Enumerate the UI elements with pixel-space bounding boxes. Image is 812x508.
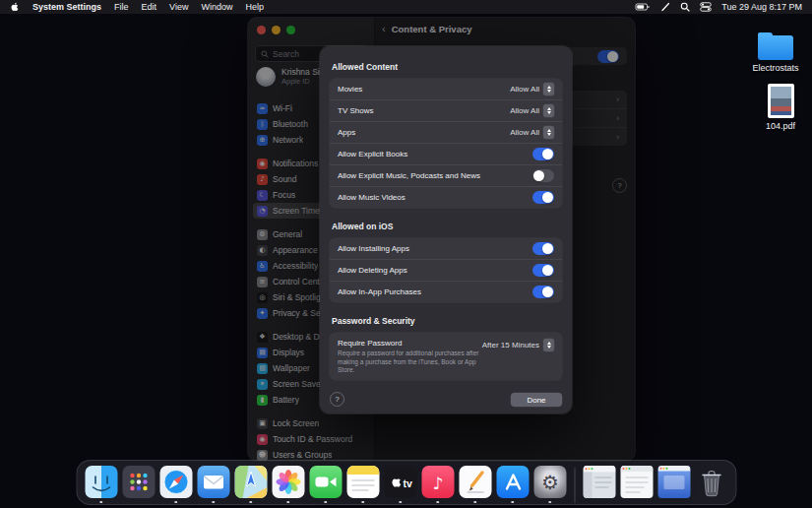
- dock-item-system-settings[interactable]: ⚙: [533, 466, 566, 498]
- select-value: Allow All: [510, 128, 539, 137]
- allow-deleting-apps-toggle[interactable]: [532, 264, 554, 277]
- dock-item-music[interactable]: ♪: [421, 466, 454, 498]
- control-center-icon[interactable]: [700, 2, 712, 12]
- running-indicator: [212, 501, 215, 504]
- settings-row-allow-deleting-apps: Allow Deleting Apps: [330, 260, 562, 282]
- section-title-password-security: Password & Security: [332, 316, 562, 326]
- help-button[interactable]: ?: [330, 392, 344, 407]
- menu-bar: System Settings FileEditViewWindowHelp T…: [0, 0, 812, 14]
- svg-text:tv: tv: [403, 477, 411, 489]
- setting-label: Allow Explicit Music, Podcasts and News: [338, 171, 527, 180]
- desktop-icon-104-pdf[interactable]: 104.pdf: [750, 84, 811, 131]
- desktop-icon-label: 104.pdf: [766, 121, 795, 131]
- apps-select[interactable]: Allow All: [510, 126, 554, 139]
- window-1-icon: [583, 466, 615, 498]
- allow-explicit-books-toggle[interactable]: [532, 148, 554, 160]
- setting-description: Require a password for additional purcha…: [338, 349, 487, 375]
- movies-select[interactable]: Allow All: [510, 83, 554, 95]
- safari-icon: [159, 466, 192, 498]
- settings-row-tv-shows: TV ShowsAllow All: [330, 100, 562, 122]
- menu-help[interactable]: Help: [245, 2, 264, 12]
- apple-tv-icon: tv: [384, 466, 416, 498]
- dock-item-safari[interactable]: [159, 466, 192, 498]
- dock-item-notes[interactable]: [346, 466, 379, 498]
- dock-item-facetime[interactable]: [309, 466, 342, 498]
- menu-app-name[interactable]: System Settings: [32, 2, 101, 12]
- sheet-body: Allowed ContentMoviesAllow AllTV ShowsAl…: [330, 62, 562, 380]
- settings-group: Require PasswordRequire a password for a…: [330, 333, 562, 380]
- setting-label: Allow Explicit Books: [338, 150, 527, 159]
- dock-minimized-window-2[interactable]: [620, 466, 653, 498]
- dock-item-app-store[interactable]: [496, 466, 529, 498]
- mail-icon: [197, 466, 229, 498]
- dock-item-mail[interactable]: [197, 466, 229, 498]
- dock-item-pages[interactable]: [459, 466, 491, 498]
- select-value: After 15 Minutes: [482, 341, 539, 349]
- running-indicator: [324, 501, 327, 504]
- dock-minimized-window-1[interactable]: [583, 466, 615, 498]
- settings-row-allow-installing-apps: Allow Installing Apps: [330, 238, 562, 260]
- desktop-icon-label: Electrostats: [752, 63, 798, 73]
- dock-minimized-window-3[interactable]: [657, 466, 690, 498]
- launchpad-icon: [122, 466, 155, 498]
- stepper-icon: [543, 339, 554, 351]
- allow-explicit-music-podcasts-and-news-toggle[interactable]: [532, 169, 554, 182]
- dock-item-trash[interactable]: [695, 466, 727, 498]
- select-value: Allow All: [510, 85, 539, 94]
- require-password-select[interactable]: After 15 Minutes: [482, 339, 554, 351]
- settings-group: Allow Installing AppsAllow Deleting Apps…: [330, 238, 562, 302]
- pen-icon[interactable]: [660, 2, 670, 12]
- desktop: System Settings FileEditViewWindowHelp T…: [0, 0, 812, 508]
- settings-row-allow-in-app-purchases: Allow In-App Purchases: [330, 282, 562, 302]
- done-button[interactable]: Done: [511, 393, 562, 407]
- setting-label: Movies: [338, 85, 504, 94]
- dock-item-launchpad[interactable]: [122, 466, 155, 498]
- menu-window[interactable]: Window: [201, 2, 232, 12]
- notes-icon: [346, 466, 379, 498]
- tv-shows-select[interactable]: Allow All: [510, 104, 554, 117]
- pages-icon: [459, 466, 491, 498]
- section-title-allowed-content: Allowed Content: [332, 62, 562, 72]
- stepper-icon: [543, 104, 554, 117]
- running-indicator: [249, 501, 252, 504]
- settings-group: MoviesAllow AllTV ShowsAllow AllAppsAllo…: [330, 79, 562, 208]
- setting-label: Allow In-App Purchases: [338, 287, 527, 296]
- spotlight-icon[interactable]: [680, 2, 690, 12]
- dock-item-photos[interactable]: [272, 466, 304, 498]
- battery-icon[interactable]: [635, 2, 651, 12]
- finder-icon: [85, 466, 117, 498]
- menu-edit[interactable]: Edit: [142, 2, 157, 12]
- svg-text:♪: ♪: [432, 474, 443, 493]
- settings-row-apps: AppsAllow All: [330, 122, 562, 144]
- menu-file[interactable]: File: [114, 2, 129, 12]
- music-icon: ♪: [421, 466, 454, 498]
- dock: tv♪⚙: [76, 460, 736, 505]
- dock-separator: [574, 468, 575, 503]
- settings-row-movies: MoviesAllow All: [330, 79, 562, 100]
- settings-row-allow-explicit-books: Allow Explicit Books: [330, 144, 562, 165]
- running-indicator: [436, 501, 439, 504]
- section-title-allowed-on-ios: Allowed on iOS: [332, 222, 562, 231]
- settings-row-allow-music-videos: Allow Music Videos: [330, 187, 562, 208]
- setting-label: TV Shows: [338, 106, 504, 115]
- menu-view[interactable]: View: [169, 2, 188, 12]
- photos-icon: [272, 466, 304, 498]
- allow-installing-apps-toggle[interactable]: [532, 242, 554, 255]
- apple-menu-icon[interactable]: [10, 2, 20, 12]
- setting-label: Allow Music Videos: [338, 193, 527, 202]
- desktop-icon-electrostats[interactable]: Electrostats: [745, 35, 806, 73]
- stepper-icon: [543, 126, 554, 139]
- running-indicator: [473, 501, 476, 504]
- dock-item-finder[interactable]: [85, 466, 117, 498]
- menu-bar-menus: FileEditViewWindowHelp: [114, 2, 264, 12]
- svg-text:⚙: ⚙: [541, 471, 559, 494]
- dock-item-apple-tv[interactable]: tv: [384, 466, 416, 498]
- app-store-icon: [496, 466, 529, 498]
- running-indicator: [399, 501, 402, 504]
- settings-row-allow-explicit-music-podcasts-and-news: Allow Explicit Music, Podcasts and News: [330, 165, 562, 187]
- dock-item-maps[interactable]: [234, 466, 267, 498]
- menu-bar-clock[interactable]: Tue 29 Aug 8:17 PM: [721, 2, 802, 12]
- setting-label: Allow Deleting Apps: [338, 266, 527, 275]
- allow-music-videos-toggle[interactable]: [532, 191, 554, 204]
- allow-in-app-purchases-toggle[interactable]: [532, 286, 554, 298]
